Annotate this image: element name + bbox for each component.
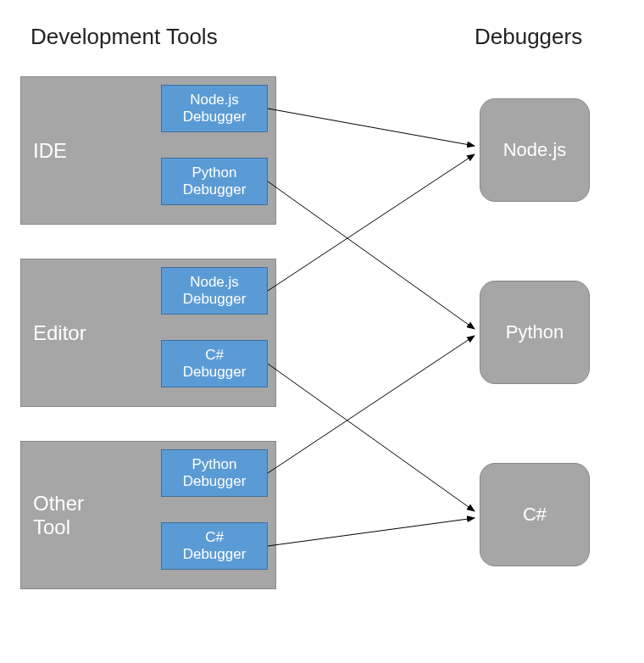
arrow-editor-nodejs [268,154,475,291]
plugin-ide-nodejs: Node.jsDebugger [161,85,268,132]
arrow-other-python [268,336,475,473]
tool-label-other: OtherTool [21,492,84,538]
arrow-ide-nodejs [268,109,475,146]
plugin-other-python: PythonDebugger [161,449,268,497]
arrow-other-csharp [268,518,475,546]
arrow-editor-csharp [268,364,475,511]
target-csharp: C# [480,463,590,566]
plugin-other-csharp: C#Debugger [161,522,268,570]
heading-dev-tools: Development Tools [31,24,218,50]
plugin-editor-nodejs: Node.jsDebugger [161,267,268,315]
tool-label-ide: IDE [21,139,67,163]
target-nodejs: Node.js [480,98,590,202]
plugin-ide-python: PythonDebugger [161,158,268,205]
target-python: Python [480,281,590,384]
arrow-ide-python [268,181,475,329]
plugin-editor-csharp: C#Debugger [161,340,268,387]
heading-debuggers: Debuggers [475,24,582,50]
tool-label-editor: Editor [21,321,86,345]
